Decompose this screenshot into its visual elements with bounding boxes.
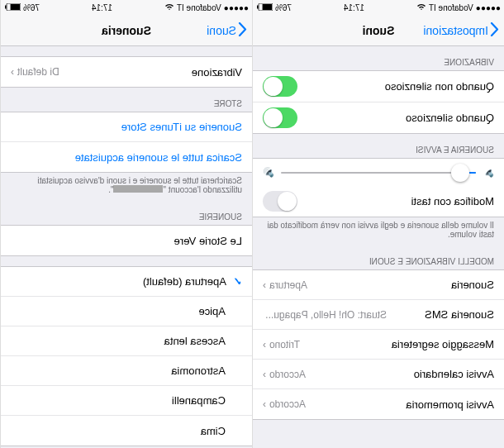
ringtone-item[interactable]: Campanelli [1,386,252,416]
row-label: Avvisi promemoria [406,398,494,411]
ringtone-item[interactable]: Astronomia [1,356,252,386]
ringtone-item[interactable]: Apice [1,297,252,326]
ringtone-item[interactable]: Ascesa lenta [1,326,252,356]
link-label: Scarica tutte le suonerie acquistate [75,151,242,164]
time-label: 17:14 [344,3,364,12]
svg-rect-5 [5,5,7,8]
svg-rect-1 [263,4,272,10]
back-button[interactable]: Impostazioni [423,22,499,39]
section-header-suonerie: SUONERIE [1,201,252,225]
wifi-icon [416,3,426,12]
chevron-right-icon: › [11,66,14,78]
wifi-icon [164,3,174,12]
ringtone-item[interactable]: Cima [1,416,252,446]
ringtone-custom[interactable]: Le Storie Vere [1,226,252,255]
ringtone-label: Astronomia [171,365,242,377]
check-icon: ✓ [233,275,242,288]
svg-rect-4 [11,4,20,10]
status-bar: ●●●●● Vodafone IT 17:14 76% [1,0,252,15]
row-label: Suoneria [451,279,494,291]
row-itunes-store[interactable]: Suonerie su iTunes Store [1,112,252,142]
back-button[interactable]: Suoni [207,22,247,39]
section-header-store: STORE [1,88,252,112]
row-value: Accordo [269,369,306,380]
section-header-vibrazione: VIBRAZIONE [253,46,504,70]
phone-left-sounds: ●●●●● Vodafone IT 17:14 76% Impostazioni… [252,0,504,448]
nav-bar: Suoni Suoneria [1,15,252,46]
redacted-account [113,185,163,193]
row-calendar-alerts[interactable]: Avvisi calendario Accordo› [253,360,504,389]
row-change-with-buttons[interactable]: Modifica con tasti [253,186,504,217]
section-footer-volume: Il volume della suoneria e degli avvisi … [253,217,504,245]
signal-icon: ●●●●● [476,3,501,12]
link-label: Suonerie su iTunes Store [121,121,242,133]
content: Vibrazione Di default › STORE Suonerie s… [1,46,252,448]
chevron-left-icon [238,22,247,39]
row-label: Vibrazione [192,66,242,79]
row-label: Suoneria SMS [425,308,494,321]
chevron-right-icon: › [263,398,266,410]
ringtone-label: Le Storie Vere [174,235,242,247]
battery-pct: 76% [23,3,40,12]
ringtone-label: Apice [198,305,242,317]
ringtone-label: Apertura (default) [143,275,226,288]
nav-bar: Impostazioni Suoni [253,15,504,46]
section-header-modelli: MODELLI VIBRAZIONE E SUONI [253,245,504,269]
back-label: Suoni [207,24,236,37]
row-label: Modifica con tasti [411,195,494,207]
row-vibration-pattern[interactable]: Vibrazione Di default › [1,57,252,87]
row-download-all[interactable]: Scarica tutte le suonerie acquistate [1,142,252,172]
back-label: Impostazioni [423,24,488,37]
row-label: Quando non silenzioso [385,80,494,93]
row-reminder-alerts[interactable]: Avvisi promemoria Accordo› [253,389,504,419]
row-text-tone[interactable]: Suoneria SMS Stuart: Oh! Hello, Papagu..… [253,300,504,330]
row-ringtone[interactable]: Suoneria Apertura› [253,270,504,300]
row-value: Stuart: Oh! Hello, Papagu... [265,309,387,321]
row-label: Messaggio segreteria [392,338,494,350]
speaker-low-icon: 🔈 [483,167,494,178]
chevron-right-icon: › [263,339,266,350]
row-vibrate-ring[interactable]: Quando non silenzioso [253,71,504,102]
ringtone-label: Cima [201,425,242,437]
switch-vibrate-ring[interactable] [263,76,297,97]
speaker-high-icon: 🔊 [263,167,274,178]
row-vibrate-silent[interactable]: Quando silenzioso [253,102,504,133]
carrier-label: Vodafone IT [177,3,221,12]
time-label: 17:14 [92,3,112,12]
svg-rect-2 [257,5,259,8]
ringtone-label: Ascesa lenta [164,335,242,347]
volume-slider-row[interactable]: 🔈 🔊 [253,159,504,186]
row-value: Tritono [269,339,300,350]
battery-icon [4,3,21,12]
phone-right-ringtone: ●●●●● Vodafone IT 17:14 76% Suoni Suoner… [0,0,252,448]
carrier-label: Vodafone IT [429,3,473,12]
switch-change-with-buttons[interactable] [263,191,297,212]
volume-slider[interactable] [281,172,476,174]
section-footer-store: Scaricherai tutte le suonerie e i suoni … [1,173,252,201]
chevron-right-icon: › [263,279,266,291]
switch-vibrate-silent[interactable] [263,107,297,128]
row-label: Avvisi calendario [414,368,494,380]
row-voicemail[interactable]: Messaggio segreteria Tritono› [253,330,504,360]
ringtone-label: Campanelli [172,394,242,407]
chevron-left-icon [490,22,499,39]
section-header-suoneria-avvisi: SUONERIA E AVVISI [253,134,504,158]
status-bar: ●●●●● Vodafone IT 17:14 76% [253,0,504,15]
row-value: Accordo [269,398,306,410]
battery-icon [256,3,273,12]
chevron-right-icon: › [263,369,266,380]
signal-icon: ●●●●● [224,3,249,12]
battery-pct: 76% [275,3,292,12]
content: VIBRAZIONE Quando non silenzioso Quando … [253,46,504,448]
ringtone-item[interactable]: ✓ Apertura (default) [1,267,252,297]
row-value: Di default [17,66,59,78]
row-value: Apertura [269,279,307,291]
row-label: Quando silenzioso [406,112,494,124]
